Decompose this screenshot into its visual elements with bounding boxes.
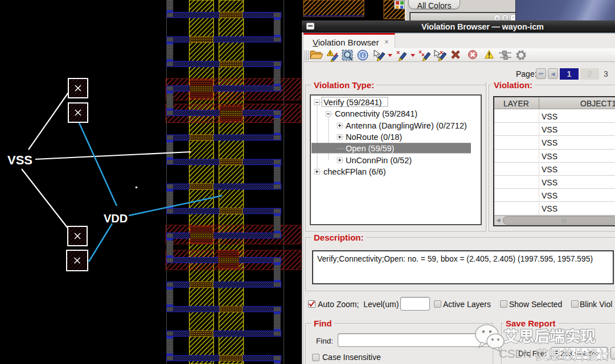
svg-text:NoRoute (0/18): NoRoute (0/18) [346, 133, 402, 142]
svg-text:Antenna (DanglingWire) (0/2712: Antenna (DanglingWire) (0/2712) [346, 121, 467, 130]
svg-text:VSS: VSS [7, 153, 32, 167]
svg-text:checkFPlan (6/6): checkFPlan (6/6) [323, 167, 386, 176]
svg-text:Open (59/59): Open (59/59) [346, 144, 394, 153]
svg-text:×: × [396, 49, 400, 56]
svg-text:VDD: VDD [104, 212, 128, 225]
svg-text:UnConnPin (0/52): UnConnPin (0/52) [346, 156, 412, 165]
svg-text:Verify (59/2841): Verify (59/2841) [323, 98, 382, 107]
svg-text:Connectivity (59/2841): Connectivity (59/2841) [335, 109, 417, 118]
svg-text:i: i [362, 52, 364, 59]
svg-text:!: ! [329, 51, 331, 56]
